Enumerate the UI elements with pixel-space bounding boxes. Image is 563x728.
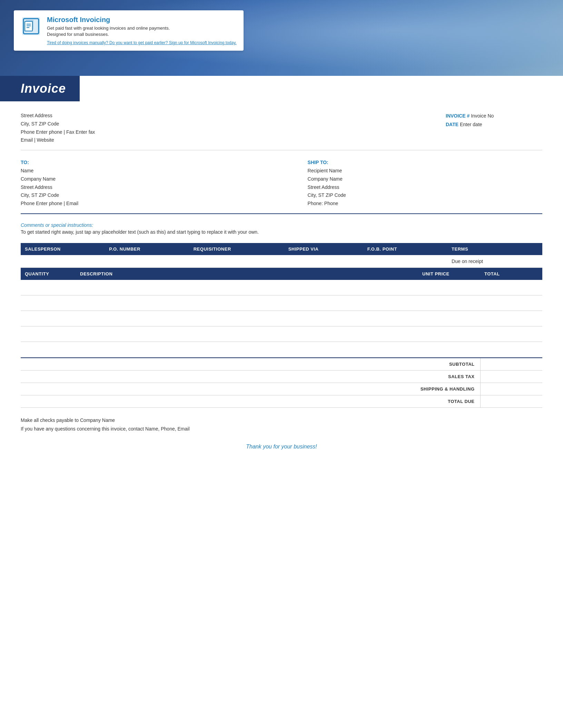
invoice-number-label: INVOICE # — [446, 113, 470, 119]
ms-ad-title: Microsoft Invoicing — [47, 16, 237, 24]
to-city: City, ST ZIP Code — [21, 191, 255, 200]
th-quantity: QUANTITY — [21, 268, 76, 280]
from-street: Street Address — [21, 112, 95, 120]
items-table: QUANTITY DESCRIPTION UNIT PRICE TOTAL — [21, 268, 542, 357]
invoice-date-value: Enter date — [460, 122, 482, 127]
terms-value: Due on receipt — [447, 255, 542, 268]
totals-label-2: SHIPPING & HANDLING — [80, 383, 480, 395]
terms-table: SALESPERSON P.O. NUMBER REQUISITIONER SH… — [21, 243, 542, 268]
totals-table: SUBTOTAL SALES TAX SHIPPING & HANDLING T… — [21, 357, 542, 408]
item-cell-4-1 — [76, 342, 418, 357]
th-terms: TERMS — [447, 243, 542, 255]
invoice-number-value: Invoice No — [471, 113, 494, 119]
terms-shipped — [284, 255, 363, 268]
item-cell-4-0 — [21, 342, 76, 357]
terms-req — [189, 255, 284, 268]
to-section: TO: Name Company Name Street Address Cit… — [21, 159, 542, 214]
item-cell-0-2 — [418, 280, 480, 295]
ship-to-label: SHIP TO: — [308, 159, 542, 167]
totals-label-1: SALES TAX — [80, 370, 480, 383]
terms-fob — [363, 255, 447, 268]
item-cell-2-0 — [21, 311, 76, 326]
from-address: Street Address City, ST ZIP Code Phone E… — [21, 112, 95, 144]
invoice-date-label: DATE — [446, 122, 458, 127]
totals-spacer-0 — [21, 358, 80, 371]
comments-section: Comments or special instructions: To get… — [21, 222, 542, 235]
ship-to-company: Company Name — [308, 175, 542, 183]
item-cell-4-3 — [480, 342, 542, 357]
totals-label-0: SUBTOTAL — [80, 358, 480, 371]
header-banner: Microsoft Invoicing Get paid fast with g… — [0, 0, 563, 76]
to-block: TO: Name Company Name Street Address Cit… — [21, 159, 255, 208]
item-cell-0-1 — [76, 280, 418, 295]
from-city: City, ST ZIP Code — [21, 120, 95, 128]
footer-line2: If you have any questions concerning thi… — [21, 425, 542, 433]
terms-data-row: Due on receipt — [21, 255, 542, 268]
items-header-row: QUANTITY DESCRIPTION UNIT PRICE TOTAL — [21, 268, 542, 280]
th-fob-point: F.O.B. POINT — [363, 243, 447, 255]
totals-value-2 — [480, 383, 542, 395]
terms-salesperson — [21, 255, 105, 268]
invoice-title-bar: Invoice — [0, 76, 80, 101]
item-row-1 — [21, 295, 542, 311]
totals-row-3: TOTAL DUE — [21, 395, 542, 407]
ship-to-name: Recipient Name — [308, 167, 542, 175]
th-requisitioner: REQUISITIONER — [189, 243, 284, 255]
totals-row-2: SHIPPING & HANDLING — [21, 383, 542, 395]
document: Invoice Street Address City, ST ZIP Code… — [0, 76, 563, 471]
ms-ad-desc-line2: Designed for small businesses. — [47, 31, 237, 38]
comments-label: Comments or special instructions: — [21, 222, 542, 228]
item-row-2 — [21, 311, 542, 326]
th-unit-price: UNIT PRICE — [418, 268, 480, 280]
totals-value-0 — [480, 358, 542, 371]
item-cell-2-1 — [76, 311, 418, 326]
item-cell-3-0 — [21, 326, 76, 342]
item-cell-1-3 — [480, 295, 542, 311]
invoice-meta: INVOICE # Invoice No DATE Enter date — [446, 112, 542, 144]
totals-value-3 — [480, 395, 542, 407]
item-cell-2-2 — [418, 311, 480, 326]
to-phone: Phone Enter phone | Email — [21, 200, 255, 208]
from-email-web: Email | Website — [21, 136, 95, 144]
item-cell-1-2 — [418, 295, 480, 311]
ms-ad-link[interactable]: Tired of doing invoices manually? Do you… — [47, 40, 237, 45]
item-cell-1-1 — [76, 295, 418, 311]
item-cell-1-0 — [21, 295, 76, 311]
item-row-4 — [21, 342, 542, 357]
from-phone-fax: Phone Enter phone | Fax Enter fax — [21, 128, 95, 136]
totals-value-1 — [480, 370, 542, 383]
to-name: Name — [21, 167, 255, 175]
terms-po — [105, 255, 189, 268]
item-cell-4-2 — [418, 342, 480, 357]
thank-you: Thank you for your business! — [21, 444, 542, 450]
item-row-0 — [21, 280, 542, 295]
ms-ad-box: Microsoft Invoicing Get paid fast with g… — [14, 10, 244, 51]
ms-ad-desc-line1: Get paid fast with great looking invoice… — [47, 25, 237, 31]
totals-spacer-2 — [21, 383, 80, 395]
invoice-title: Invoice — [21, 81, 66, 96]
totals-row-1: SALES TAX — [21, 370, 542, 383]
terms-header-row: SALESPERSON P.O. NUMBER REQUISITIONER SH… — [21, 243, 542, 255]
totals-spacer-3 — [21, 395, 80, 407]
to-company: Company Name — [21, 175, 255, 183]
to-label: TO: — [21, 159, 255, 167]
th-shipped-via: SHIPPED VIA — [284, 243, 363, 255]
item-cell-0-0 — [21, 280, 76, 295]
invoice-number-line: INVOICE # Invoice No — [446, 112, 542, 120]
item-cell-3-3 — [480, 326, 542, 342]
ship-to-block: SHIP TO: Recipient Name Company Name Str… — [308, 159, 542, 208]
footer-line1: Make all checks payable to Company Name — [21, 416, 542, 425]
invoice-date-line: DATE Enter date — [446, 120, 542, 129]
totals-row-0: SUBTOTAL — [21, 358, 542, 371]
th-salesperson: SALESPERSON — [21, 243, 105, 255]
totals-spacer-1 — [21, 370, 80, 383]
item-cell-3-2 — [418, 326, 480, 342]
ship-to-phone: Phone: Phone — [308, 200, 542, 208]
item-cell-3-1 — [76, 326, 418, 342]
item-cell-0-3 — [480, 280, 542, 295]
top-info-section: Street Address City, ST ZIP Code Phone E… — [21, 112, 542, 150]
ms-logo-icon — [21, 16, 41, 37]
to-street: Street Address — [21, 183, 255, 192]
item-cell-2-3 — [480, 311, 542, 326]
totals-label-3: TOTAL DUE — [80, 395, 480, 407]
